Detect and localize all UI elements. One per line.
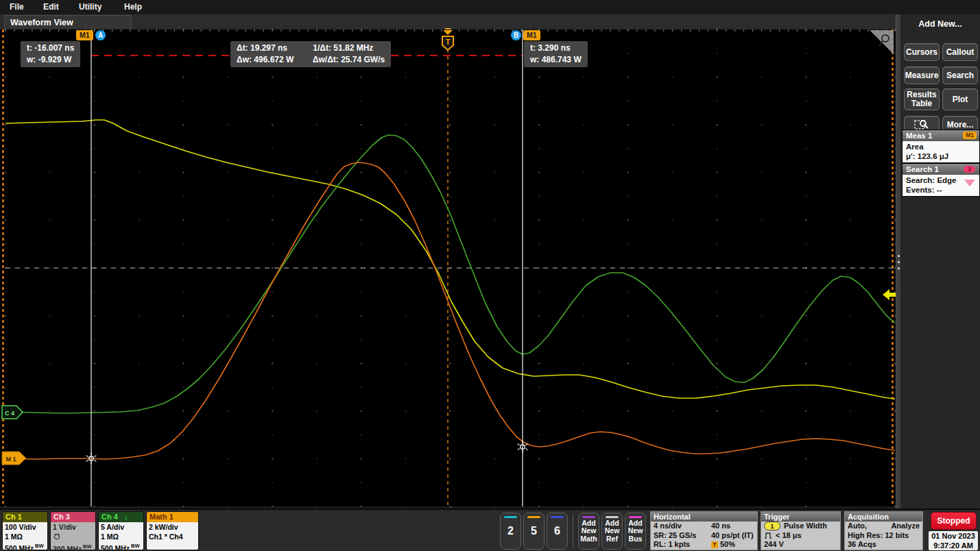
add-new-ref-button[interactable]: Add New Ref [601,513,623,550]
meas1-title: Meas 1 [906,132,932,140]
waveform-view-tab[interactable]: Waveform View [4,15,132,29]
ref-color-stripe [606,516,619,518]
channel-2-button[interactable]: 2 [500,513,521,550]
horizontal-window: 40 ns [711,522,730,531]
ch4-scale: 5 A/div [101,523,143,532]
pulse-width-icon [764,531,774,539]
horizontal-title: Horizontal [651,512,757,522]
acquisition-mode: Auto, [848,522,867,531]
search1-title: Search 1 [906,165,939,173]
trigger-source-badge: 1 [764,522,780,530]
ch6-color-stripe [551,516,564,518]
ch1-scale: 100 V/div [5,523,47,532]
meas1-type: Area [906,142,979,151]
bus-color-stripe [629,516,642,518]
menu-utility[interactable]: Utility [79,2,101,12]
math1-scale: 2 kW/div [149,523,198,532]
bw-limit-suffix: BW [83,543,92,550]
cursor-a-badge[interactable]: A [95,30,106,40]
search1-header: Search 1 3 [903,164,979,175]
add-cursors-button[interactable]: Cursors [904,43,940,61]
cursor-a-m1-badge[interactable]: M1 [76,30,93,40]
waveform-view-titlebar: Waveform View T [0,14,900,30]
cursor-b-readout[interactable]: t: 3.290 ns w: 486.743 W [524,41,588,67]
meas1-result-card[interactable]: Meas 1 M1 Area μ': 123.6 μJ [902,130,980,163]
meas1-mean: μ': 123.6 μJ [906,151,979,161]
trigger-type: Pulse Width [784,522,827,531]
menu-file[interactable]: File [10,2,24,12]
oscilloscope-screen: File Edit Utility Help Waveform View T T… [0,0,980,551]
menu-help[interactable]: Help [124,2,142,12]
ch3-probe-row [53,532,95,543]
search1-events: Events: -- [906,185,979,195]
ch2-color-stripe [504,516,517,518]
trigger-level: 244 V [764,540,784,550]
cursor-a-readout[interactable]: t: -16.007 ns w: -9.929 W [21,41,80,67]
cursor-b-time: t: 3.290 ns [530,42,582,54]
cursor-a-time: t: -16.007 ns [27,42,74,54]
add-callout-button[interactable]: Callout [942,43,978,61]
run-stop-button[interactable]: Stopped [931,512,977,530]
horizontal-panel[interactable]: Horizontal 4 ns/div40 ns SR: 25 GS/s40 p… [650,511,758,550]
ch1-label: Ch 1 [3,512,47,522]
search1-result-card[interactable]: Search 1 3 Search: Edge Events: -- [902,163,980,197]
add-plot-button[interactable]: Plot [942,88,978,110]
panel-resize-handle[interactable] [896,14,900,509]
search1-count-badge: 3 [964,166,975,173]
inverse-delta-t: 1/Δt: 51.82 MHz [313,43,373,53]
channel-5-button[interactable]: 5 [523,513,545,550]
math1-expression: Ch1 * Ch4 [149,532,198,542]
ch5-color-stripe [527,516,540,518]
horizontal-scale: 4 ns/div [654,522,711,531]
date: 01 Nov 2023 [929,531,978,541]
trigger-panel[interactable]: Trigger 1Pulse Width < 18 μs 244 V [761,511,841,550]
channel-badge-ch3[interactable]: Ch 3 1 V/div 200 MHzBW [50,511,96,550]
ch4-termination: 1 MΩ [101,532,143,542]
sample-resolution: 40 ps/pt (IT) [711,531,754,541]
probe-icon [53,532,61,540]
channel-badge-ch4[interactable]: Ch 4 ↓ 5 A/div 1 MΩ 500 MHzBW [98,511,144,550]
ch3-label: Ch 3 [51,512,95,522]
meas1-header: Meas 1 M1 [903,130,979,141]
search-marker-icon [964,180,975,186]
channel-6-button[interactable]: 6 [547,513,568,550]
sample-rate: SR: 25 GS/s [654,531,711,541]
ch4-clipping-arrow-icon: ↓ [124,513,128,521]
meas1-source-badge: M1 [963,132,977,139]
bw-limit-suffix: BW [35,543,44,549]
add-search-button[interactable]: Search [942,66,978,84]
cursor-b-m1-badge[interactable]: M1 [523,30,540,40]
graticule-area[interactable] [0,29,896,506]
grip-dot [898,255,900,257]
acquisition-title: Acquisition [845,512,922,522]
grip-dot [898,267,900,269]
trigger-position-percent: 50% [720,540,735,550]
math-color-stripe [582,516,595,518]
cursor-delta-readout[interactable]: Δt: 19.297 ns 1/Δt: 51.82 MHz Δw: 496.67… [230,41,391,67]
delta-t: Δt: 19.297 ns [237,42,311,54]
channel-badge-math1[interactable]: Math 1 2 kW/div Ch1 * Ch4 [146,511,199,550]
acquisition-panel[interactable]: Acquisition Auto,Analyze High Res: 12 bi… [844,511,923,550]
menu-edit[interactable]: Edit [43,2,59,12]
add-new-header: Add New... [900,19,980,29]
channel-badge-ch1[interactable]: Ch 1 100 V/div 1 MΩ 500 MHzBW [2,511,48,550]
cursor-b-value: w: 486.743 W [530,54,582,66]
delta-w: Δw: 496.672 W [237,54,311,66]
add-measure-button[interactable]: Measure [904,66,940,84]
record-length: RL: 1 kpts [654,540,711,550]
trigger-condition: < 18 μs [776,531,802,541]
ch1-bandwidth: 500 MHz [5,544,34,551]
time: 9:37:20 AM [929,541,978,550]
results-bar: Add New... Cursors Callout Measure Searc… [900,14,980,509]
ch1-termination: 1 MΩ [5,532,47,542]
ch3-scale: 1 V/div [53,523,95,532]
add-new-bus-button[interactable]: Add New Bus [625,513,646,550]
add-new-math-button[interactable]: Add New Math [578,513,599,550]
ch4-label: Ch 4 ↓ [99,512,143,522]
cursor-b-badge[interactable]: B [511,30,521,40]
menu-bar: File Edit Utility Help [0,0,980,14]
acquisition-resolution: High Res: 12 bits [848,531,909,541]
bottom-bar-separator [573,514,573,548]
ch3-bandwidth: 200 MHz [53,545,82,551]
add-results-table-button[interactable]: Results Table [904,88,940,110]
